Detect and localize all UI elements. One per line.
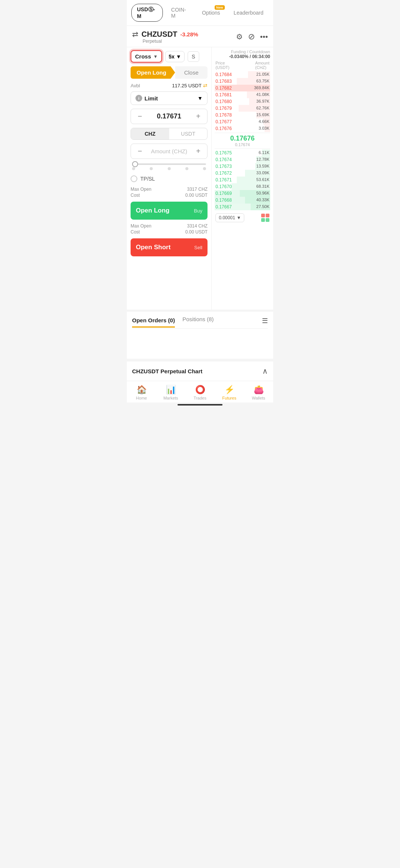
ask-amount-5: 62.76K — [256, 106, 269, 111]
ask-price-2: 0.17682 — [215, 85, 232, 91]
bid-row-2[interactable]: 0.1767313.59K — [215, 163, 270, 170]
avbl-value: 117.25 USDT — [172, 83, 202, 88]
nav-wallets[interactable]: 👛 Wallets — [244, 385, 273, 400]
bid-price-2: 0.17673 — [215, 164, 232, 169]
amount-minus-button[interactable]: − — [135, 147, 144, 156]
ask-price-0: 0.17684 — [215, 72, 232, 77]
order-type-selector[interactable]: i Limit ▼ — [131, 91, 208, 105]
open-short-label: Open Short — [136, 244, 171, 251]
tab-positions[interactable]: Positions (8) — [182, 316, 214, 325]
markets-label: Markets — [163, 396, 178, 400]
bid-orders: 0.176756.11K 0.1767412.78K 0.1767313.59K… — [215, 150, 270, 210]
ask-row-4[interactable]: 0.1768036.97K — [215, 98, 270, 105]
bid-row-4[interactable]: 0.1767153.61K — [215, 177, 270, 183]
bid-price-3: 0.17672 — [215, 171, 232, 176]
orders-list-icon[interactable]: ☰ — [262, 317, 268, 325]
open-close-tabs: Open Long Close — [131, 66, 208, 79]
home-indicator — [177, 404, 223, 406]
tpsl-toggle[interactable] — [131, 175, 137, 182]
currency-tab-usdt[interactable]: USDT — [169, 128, 208, 139]
ask-amount-0: 21.05K — [256, 72, 269, 77]
tick-size-selector[interactable]: 0.00001 ▼ — [215, 213, 244, 222]
ask-amount-8: 3.03K — [259, 126, 269, 131]
orders-section: Open Orders (0) Positions (8) ☰ — [127, 311, 273, 359]
ask-row-0[interactable]: 0.1768421.05K — [215, 71, 270, 78]
bid-price-1: 0.17674 — [215, 157, 232, 162]
tab-usd-m[interactable]: USDⓈ-M — [131, 4, 163, 22]
bid-amount-0: 6.11K — [259, 150, 269, 156]
ask-amount-3: 41.08K — [256, 92, 269, 97]
bid-price-0: 0.17675 — [215, 150, 232, 156]
trades-label: Trades — [194, 396, 206, 400]
swap-icon: ⇄ — [132, 30, 138, 39]
ask-row-6[interactable]: 0.1767815.69K — [215, 112, 270, 118]
tab-close[interactable]: Close — [175, 66, 208, 79]
leverage-slider[interactable] — [131, 163, 208, 170]
transfer-icon[interactable]: ⇄ — [203, 82, 208, 88]
pair-name[interactable]: CHZUSDT — [141, 30, 177, 39]
bid-row-0[interactable]: 0.176756.11K — [215, 150, 270, 156]
chart-collapse-button[interactable]: ∧ — [262, 367, 268, 376]
slider-dot-25 — [150, 167, 153, 170]
ask-row-1[interactable]: 0.1768363.75K — [215, 78, 270, 85]
bid-row-3[interactable]: 0.1767233.09K — [215, 170, 270, 177]
ask-row-3[interactable]: 0.1768141.08K — [215, 91, 270, 98]
currency-tab-chz[interactable]: CHZ — [131, 128, 169, 139]
margin-type-selector[interactable]: Cross ▼ — [131, 50, 162, 63]
trades-icon: ⭕ — [195, 385, 205, 395]
amount-plus-button[interactable]: + — [194, 147, 203, 156]
tpsl-label: TP/SL — [140, 176, 155, 182]
s-badge[interactable]: S — [188, 51, 199, 62]
ask-price-3: 0.17681 — [215, 92, 232, 97]
ask-row-2[interactable]: 0.17682369.84K — [215, 85, 270, 91]
bid-amount-3: 33.09K — [256, 171, 269, 176]
available-balance-row: Avbl 117.25 USDT ⇄ — [131, 82, 208, 88]
slider-dot-75 — [185, 167, 188, 170]
wallets-label: Wallets — [252, 396, 265, 400]
bid-row-6[interactable]: 0.1766950.96K — [215, 190, 270, 197]
cost-long-value: 0.00 USDT — [185, 193, 208, 198]
tab-options[interactable]: Options New — [197, 7, 225, 18]
home-icon: 🏠 — [137, 385, 147, 395]
slider-dot-50 — [168, 167, 171, 170]
bid-row-8[interactable]: 0.1766727.50K — [215, 204, 270, 210]
mid-price: 0.17676 — [215, 135, 270, 142]
price-plus-button[interactable]: + — [194, 112, 203, 121]
leverage-selector[interactable]: 5x ▼ — [165, 51, 184, 62]
price-minus-button[interactable]: − — [135, 112, 144, 121]
tab-leaderboard[interactable]: Leaderboard — [229, 7, 269, 18]
bid-price-5: 0.17670 — [215, 184, 232, 189]
ask-row-7[interactable]: 0.176774.66K — [215, 118, 270, 125]
nav-futures[interactable]: ⚡ Futures — [215, 385, 244, 400]
bid-row-7[interactable]: 0.1766840.33K — [215, 197, 270, 204]
open-short-button[interactable]: Open Short Sell — [131, 238, 208, 256]
tab-open[interactable]: Open Long — [131, 66, 175, 79]
adjust-icon[interactable]: ⚙ — [236, 32, 243, 41]
bid-price-4: 0.17671 — [215, 177, 232, 183]
nav-markets[interactable]: 📊 Markets — [156, 385, 185, 400]
max-open-short-value: 3314 CHZ — [187, 223, 208, 229]
tab-coin-m[interactable]: COIN-M — [166, 4, 194, 21]
tpsl-row: TP/SL — [131, 175, 208, 182]
ask-price-8: 0.17676 — [215, 126, 232, 131]
bid-row-1[interactable]: 0.1767412.78K — [215, 156, 270, 163]
nav-trades[interactable]: ⭕ Trades — [185, 385, 215, 400]
order-type-arrow: ▼ — [197, 95, 203, 101]
ask-row-5[interactable]: 0.1767962.76K — [215, 105, 270, 112]
open-long-button[interactable]: Open Long Buy — [131, 202, 208, 220]
top-navigation: USDⓈ-M COIN-M Options New Leaderboard — [127, 0, 273, 26]
more-icon[interactable]: ••• — [260, 33, 268, 41]
funding-value: -0.0340% / 06:34:00 — [215, 54, 270, 59]
ask-price-4: 0.17680 — [215, 99, 232, 104]
bid-row-5[interactable]: 0.1767068.31K — [215, 183, 270, 190]
tab-open-orders[interactable]: Open Orders (0) — [132, 317, 175, 328]
max-open-short-row: Max Open 3314 CHZ — [131, 223, 208, 229]
slash-icon[interactable]: ⊘ — [248, 32, 255, 42]
nav-home[interactable]: 🏠 Home — [127, 385, 156, 400]
price-input[interactable]: 0.17671 — [144, 112, 194, 120]
chart-section: CHZUSDT Perpetual Chart ∧ — [127, 361, 273, 381]
margin-type-arrow: ▼ — [153, 54, 158, 59]
ask-row-8[interactable]: 0.176763.03K — [215, 125, 270, 132]
amount-input[interactable]: Amount (CHZ) — [144, 148, 194, 154]
orderbook-view-toggle[interactable] — [261, 214, 269, 222]
